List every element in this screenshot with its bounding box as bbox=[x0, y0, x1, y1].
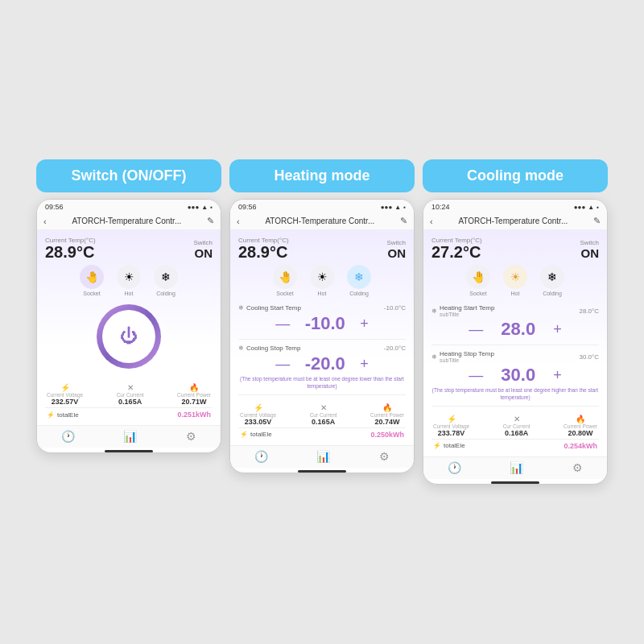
status-time: 10:24 bbox=[431, 203, 450, 211]
temp-ctrl-texts-0: Heating Start Temp subTitle bbox=[440, 304, 494, 317]
stat-icon-1: ✕ bbox=[117, 383, 144, 392]
divider-1 bbox=[431, 406, 599, 407]
temp-ctrl-minus-0[interactable]: — bbox=[275, 316, 290, 331]
phone-frame-switch: 09:56 ●●● ▲ ▪ ‹ ATORCH-Temperature Contr… bbox=[36, 199, 221, 453]
status-icons: ●●● ▲ ▪ bbox=[188, 204, 213, 211]
mode-icon-item-1[interactable]: ☀ Hot bbox=[117, 265, 141, 296]
stat-item-0: ⚡ Current Voltage 232.57V bbox=[47, 383, 83, 406]
temp-ctrl-value-1: 30.0 bbox=[496, 365, 540, 386]
power-circle-wrap: ⏻ bbox=[45, 304, 213, 369]
stat-label-0: Current Voltage bbox=[240, 412, 276, 418]
mode-icons-row: 🤚 Socket ☀ Hot ❄ Colding bbox=[238, 265, 406, 296]
temp-ctrl-plus-0[interactable]: + bbox=[360, 316, 369, 331]
temp-info: Current Temp(°C) 28.9°C bbox=[238, 237, 289, 260]
bottom-nav-settings[interactable]: ⚙ bbox=[572, 461, 583, 474]
back-button[interactable]: ‹ bbox=[430, 217, 433, 226]
bottom-nav-settings[interactable]: ⚙ bbox=[379, 450, 390, 463]
stat-icon-2: 🔥 bbox=[564, 415, 597, 423]
temp-ctrl-title-wrap-1: ❄ Heating Stop Temp subTitle bbox=[431, 350, 494, 363]
bottom-nav: 🕐 📊 ⚙ bbox=[230, 445, 414, 468]
divider-0 bbox=[431, 345, 599, 345]
stat-value-2: 20.74W bbox=[370, 418, 404, 426]
nav-title: ATORCH-Temperature Contr... bbox=[52, 217, 202, 225]
mode-icon-label-0: Socket bbox=[469, 291, 486, 296]
mode-icon-1: ☀ bbox=[503, 265, 527, 289]
temp-ctrl-header-1: ❄ Cooling Stop Temp -20.0°C bbox=[238, 345, 406, 352]
mode-icon-item-2[interactable]: ❄ Colding bbox=[540, 265, 564, 296]
temp-ctrl-value-1: -20.0 bbox=[303, 353, 347, 374]
temp-ctrl-icon-1: ❄ bbox=[238, 345, 244, 352]
stat-value-2: 20.71W bbox=[177, 398, 211, 406]
back-button[interactable]: ‹ bbox=[43, 217, 47, 226]
stat-value-1: 0.165A bbox=[310, 418, 337, 426]
mode-icon-item-2[interactable]: ❄ Colding bbox=[154, 265, 178, 296]
mode-icons-row: 🤚 Socket ☀ Hot ❄ Colding bbox=[45, 265, 213, 296]
bottom-nav-clock[interactable]: 🕐 bbox=[448, 461, 461, 474]
temp-ctrl-minus-0[interactable]: — bbox=[469, 322, 483, 336]
lightning-icon: ⚡ bbox=[240, 431, 248, 438]
stats-row: ⚡ Current Voltage 232.57V ✕ Cur Current … bbox=[45, 380, 213, 407]
bottom-nav-chart[interactable]: 📊 bbox=[123, 430, 137, 443]
temp-ctrl-plus-0[interactable]: + bbox=[553, 322, 562, 336]
temp-info: Current Temp(°C) 28.9°C bbox=[45, 237, 96, 260]
bottom-nav-clock[interactable]: 🕐 bbox=[254, 450, 268, 463]
mode-icon-item-1[interactable]: ☀ Hot bbox=[503, 265, 527, 296]
app-content: Current Temp(°C) 27.2°C Switch ON 🤚 Sock… bbox=[423, 230, 607, 456]
status-icons: ●●● ▲ ▪ bbox=[381, 204, 406, 211]
temp-ctrl-minus-1[interactable]: — bbox=[469, 368, 483, 382]
mode-icon-item-0[interactable]: 🤚 Socket bbox=[80, 265, 104, 296]
temp-ctrl-texts-0: Cooling Start Temp bbox=[246, 304, 301, 312]
stat-icon-0: ⚡ bbox=[433, 415, 469, 423]
switch-label: Switch bbox=[193, 239, 213, 246]
stat-item-1: ✕ Cur Current 0.165A bbox=[117, 383, 144, 406]
bottom-nav-chart[interactable]: 📊 bbox=[316, 450, 330, 463]
mode-icon-item-2[interactable]: ❄ Colding bbox=[347, 265, 371, 296]
bottom-nav-settings[interactable]: ⚙ bbox=[186, 430, 196, 443]
mode-icon-item-0[interactable]: 🤚 Socket bbox=[273, 265, 297, 296]
bottom-nav: 🕐 📊 ⚙ bbox=[423, 456, 607, 479]
temp-ctrl-value-0: 28.0 bbox=[496, 319, 540, 340]
temp-ctrl-title-wrap-0: ❄ Cooling Start Temp bbox=[238, 304, 301, 312]
stat-label-1: Cur Current bbox=[310, 412, 337, 418]
mode-icon-2: ❄ bbox=[347, 265, 371, 289]
temp-ctrl-plus-1[interactable]: + bbox=[360, 357, 369, 371]
power-circle[interactable]: ⏻ bbox=[97, 304, 161, 369]
edit-button[interactable]: ✎ bbox=[400, 216, 407, 226]
signal-icon: ●●● bbox=[381, 204, 393, 211]
bottom-nav-clock[interactable]: 🕐 bbox=[61, 430, 75, 443]
mode-icon-label-2: Colding bbox=[156, 291, 175, 296]
mode-icons-row: 🤚 Socket ☀ Hot ❄ Colding bbox=[431, 265, 599, 296]
mode-icon-label-0: Socket bbox=[83, 291, 100, 296]
mode-icon-item-1[interactable]: ☀ Hot bbox=[310, 265, 334, 296]
nav-title: ATORCH-Temperature Contr... bbox=[438, 217, 588, 225]
mode-icon-item-0[interactable]: 🤚 Socket bbox=[466, 265, 490, 296]
nav-bar: ‹ ATORCH-Temperature Contr... ✎ bbox=[230, 213, 414, 230]
signal-icon: ●●● bbox=[188, 204, 200, 211]
stat-item-0: ⚡ Current Voltage 233.78V bbox=[433, 415, 469, 437]
mode-icon-1: ☀ bbox=[310, 265, 334, 289]
temp-ctrl-section-0: ❄ Cooling Start Temp -10.0°C — -10.0 + bbox=[238, 304, 406, 334]
temp-row: Current Temp(°C) 28.9°C Switch ON bbox=[238, 237, 406, 260]
bottom-nav-chart[interactable]: 📊 bbox=[510, 461, 523, 474]
temp-ctrl-value-0: -10.0 bbox=[303, 313, 347, 334]
panel-wrap-switch: Switch (ON/OFF) 09:56 ●●● ▲ ▪ ‹ ATORCH-T… bbox=[36, 159, 221, 453]
temp-row: Current Temp(°C) 27.2°C Switch ON bbox=[431, 237, 599, 260]
lightning-icon: ⚡ bbox=[47, 411, 55, 419]
edit-button[interactable]: ✎ bbox=[593, 216, 601, 226]
mode-icon-2: ❄ bbox=[540, 265, 564, 289]
temp-ctrl-icon-1: ❄ bbox=[431, 353, 437, 361]
temp-ctrl-plus-1[interactable]: + bbox=[553, 368, 562, 382]
battery-icon: ▪ bbox=[403, 204, 406, 211]
outer-container: Switch (ON/OFF) 09:56 ●●● ▲ ▪ ‹ ATORCH-T… bbox=[0, 0, 644, 644]
stat-label-2: Current Power bbox=[370, 412, 404, 418]
stat-value-1: 0.168A bbox=[503, 429, 530, 437]
divider-0 bbox=[238, 339, 406, 340]
back-button[interactable]: ‹ bbox=[237, 217, 240, 226]
edit-button[interactable]: ✎ bbox=[207, 216, 214, 226]
stat-item-1: ✕ Cur Current 0.168A bbox=[503, 415, 530, 437]
temp-ctrl-minus-1[interactable]: — bbox=[275, 357, 290, 371]
current-temp-value: 28.9°C bbox=[45, 244, 96, 260]
divider-1 bbox=[238, 394, 406, 395]
panel-label-heating: Heating mode bbox=[229, 159, 415, 192]
mode-icon-1: ☀ bbox=[117, 265, 141, 289]
